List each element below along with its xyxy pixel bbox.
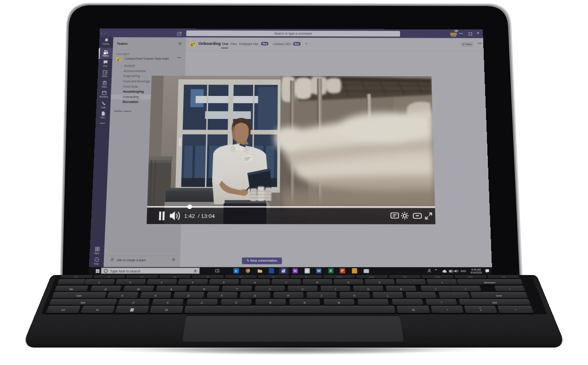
svg-text:1:42 / 13:04: 1:42 / 13:04: [184, 213, 215, 219]
svg-text:?: ?: [96, 258, 97, 261]
